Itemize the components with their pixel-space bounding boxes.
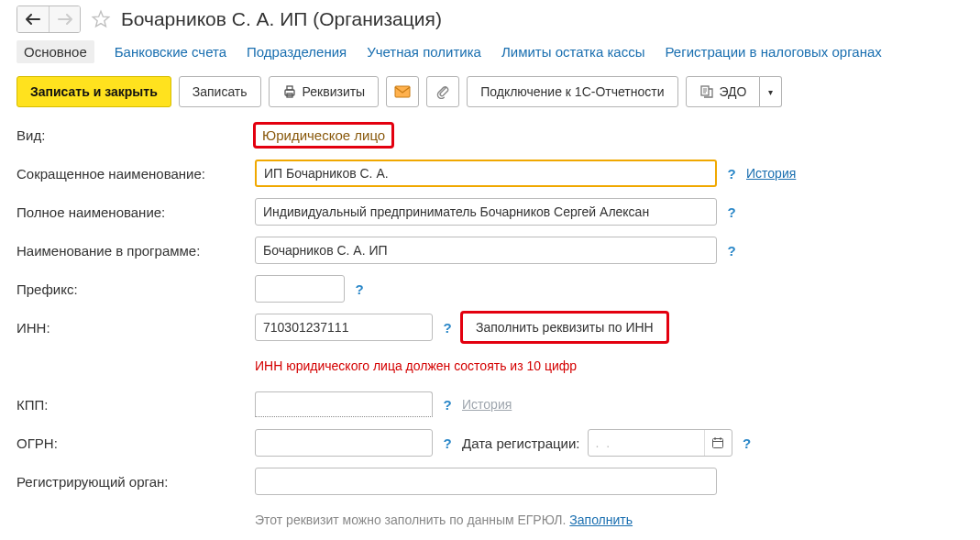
mail-icon [394, 85, 411, 98]
nav-history-buttons [17, 6, 81, 33]
edo-button[interactable]: ЭДО [686, 76, 761, 107]
prefix-help-icon[interactable]: ? [352, 281, 367, 297]
ogrn-help-icon[interactable]: ? [440, 435, 455, 451]
svg-rect-5 [713, 439, 723, 448]
reg-date-help-icon[interactable]: ? [740, 435, 754, 451]
save-close-button[interactable]: Записать и закрыть [17, 76, 171, 107]
tab-accounting-policy[interactable]: Учетная политика [367, 40, 481, 63]
reg-authority-input[interactable] [255, 468, 717, 495]
calendar-icon[interactable] [704, 430, 732, 456]
full-name-help-icon[interactable]: ? [724, 204, 739, 220]
kpp-input[interactable] [255, 391, 433, 417]
tab-tax-registrations[interactable]: Регистрации в налоговых органах [665, 40, 881, 63]
svg-rect-3 [395, 86, 410, 97]
favorite-star-icon[interactable] [88, 6, 114, 32]
tab-bank-accounts[interactable]: Банковские счета [115, 40, 226, 63]
edo-dropdown-button[interactable]: ▾ [760, 76, 782, 107]
edo-icon [699, 84, 714, 99]
program-name-label: Наименование в программе: [17, 243, 255, 259]
type-value: Юридическое лицо [255, 124, 392, 147]
short-name-help-icon[interactable]: ? [724, 166, 739, 182]
inn-input[interactable] [255, 314, 433, 341]
short-name-label: Сокращенное наименование: [17, 166, 255, 182]
nav-back-button[interactable] [17, 6, 49, 32]
tab-departments[interactable]: Подразделения [247, 40, 347, 63]
inn-label: ИНН: [17, 320, 255, 336]
reg-date-value: . . [589, 435, 704, 450]
edo-label: ЭДО [720, 84, 747, 99]
tab-cash-limits[interactable]: Лимиты остатка кассы [501, 40, 645, 63]
short-name-history-link[interactable]: История [746, 166, 796, 181]
svg-rect-1 [287, 86, 292, 90]
short-name-input[interactable] [255, 160, 717, 187]
inn-help-icon[interactable]: ? [440, 320, 455, 336]
program-name-input[interactable] [255, 237, 717, 264]
tab-main[interactable]: Основное [17, 40, 94, 63]
full-name-input[interactable] [255, 198, 717, 226]
mail-button[interactable] [386, 76, 419, 107]
connect-1c-button[interactable]: Подключение к 1С-Отчетности [467, 76, 677, 107]
reg-date-label: Дата регистрации: [462, 435, 580, 451]
ogrn-input[interactable] [255, 429, 433, 457]
fill-by-inn-button[interactable]: Заполнить реквизиты по ИНН [462, 313, 667, 342]
section-tabs: Основное Банковские счета Подразделения … [17, 40, 963, 63]
edo-button-group: ЭДО ▾ [686, 76, 783, 107]
reg-authority-label: Регистрирующий орган: [17, 474, 255, 490]
nav-forward-button [49, 6, 80, 32]
program-name-help-icon[interactable]: ? [724, 243, 739, 259]
save-button[interactable]: Записать [179, 76, 261, 107]
reg-hint-text: Этот реквизит можно заполнить по данным … [255, 512, 566, 527]
type-label: Вид: [17, 127, 255, 143]
prefix-input[interactable] [255, 275, 345, 303]
ogrn-label: ОГРН: [17, 435, 255, 451]
reg-date-field[interactable]: . . [588, 429, 732, 457]
kpp-label: КПП: [17, 397, 255, 413]
print-icon [282, 84, 297, 99]
organization-form: Вид: Юридическое лицо Сокращенное наимен… [17, 120, 963, 534]
toolbar: Записать и закрыть Записать Реквизиты По… [17, 76, 963, 107]
requisites-label: Реквизиты [303, 84, 366, 99]
kpp-help-icon[interactable]: ? [440, 397, 455, 413]
attach-button[interactable] [426, 76, 459, 107]
requisites-button[interactable]: Реквизиты [269, 76, 380, 107]
full-name-label: Полное наименование: [17, 204, 255, 220]
prefix-label: Префикс: [17, 281, 255, 297]
inn-error-text: ИНН юридического лица должен состоять из… [255, 358, 577, 373]
fill-egrul-link[interactable]: Заполнить [569, 512, 633, 527]
kpp-history-link: История [462, 397, 512, 412]
page-title: Бочарников С. А. ИП (Организация) [121, 8, 442, 30]
paperclip-icon [435, 84, 450, 99]
